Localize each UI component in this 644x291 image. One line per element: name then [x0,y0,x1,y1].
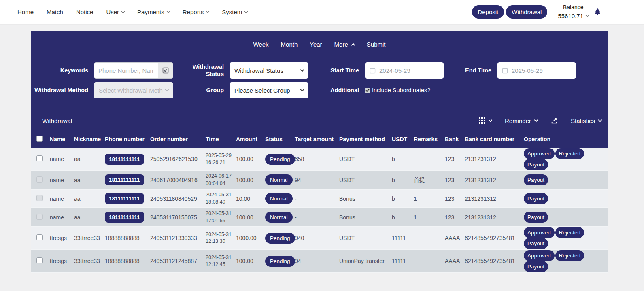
time-clock: 12:12:45 [206,261,235,268]
chevron-down-icon [300,88,304,92]
tab-week[interactable]: Week [253,41,269,48]
include-subordinates-checkbox[interactable]: Include Subordinates? [365,87,444,93]
withdrawal-button[interactable]: Withdrawal [506,5,547,19]
cell-order-number: 250529162621530 [150,148,206,171]
cell-time: 2024-05-3112:13:30 [206,227,236,250]
cell-bank: AAAA [445,227,465,250]
approved-button[interactable]: Approved [524,250,555,261]
nav-item-user[interactable]: User [106,8,124,15]
submit-button[interactable]: Submit [367,41,386,48]
rejected-button[interactable]: Rejected [555,148,584,159]
column-header: Time [206,130,236,148]
payout-button[interactable]: Payout [524,159,548,170]
cell-name: name [50,148,74,171]
nav-item-label: User [106,8,119,15]
cell-phone: 18888888888 [105,227,150,250]
phone-badge[interactable]: 18111111111 [105,154,144,165]
payout-button[interactable]: Payout [524,238,548,249]
cell-time: 2025-05-2916:26:21 [206,148,236,171]
cell-status: Normal [265,171,295,189]
cell-phone: 18111111111 [105,208,150,227]
payout-button[interactable]: Payout [524,212,548,223]
deposit-button[interactable]: Deposit [472,5,504,19]
rejected-button[interactable]: Rejected [555,250,584,261]
keywords-input[interactable] [94,63,158,78]
cell-time: 2024-05-3112:12:45 [206,250,236,273]
nav-item-label: Reports [183,8,204,15]
end-time-label: End Time [444,67,497,74]
chevron-down-icon [244,10,248,13]
keywords-addon-button[interactable] [158,63,173,78]
column-header: Target amount [295,130,339,148]
cell-target-amount: 94 [295,250,339,273]
cell-nickname: 33ttrree33 [74,227,105,250]
cell-order-number: 240531121330333 [150,227,206,250]
withdrawal-status-label: Withdrawal Status [173,63,230,78]
nav-item-reports[interactable]: Reports [183,8,209,15]
end-time-input[interactable]: 2025-05-29 [497,62,576,79]
column-header: Name [50,130,74,148]
phone-badge[interactable]: 18111111111 [105,212,144,223]
nav-item-label: Home [17,8,34,15]
row-checkbox[interactable] [36,257,43,263]
tab-year[interactable]: Year [310,41,322,48]
phone-badge[interactable]: 18111111111 [105,174,144,185]
cell-operation: Payout [524,189,608,208]
cell-checkbox [31,148,50,171]
cell-operation: ApprovedRejectedPayout [524,250,608,273]
quick-range-tabs: Week Month Year More Submit [31,31,608,48]
column-header: Operation [524,130,608,148]
chevron-down-icon [598,118,602,122]
payout-button[interactable]: Payout [524,261,548,272]
chevron-down-icon [165,88,169,92]
select-all-checkbox[interactable] [36,136,43,142]
row-checkbox [36,195,43,201]
cell-checkbox [31,171,50,189]
cell-payment-method: USDT [339,148,392,171]
start-time-input[interactable]: 2024-05-29 [365,62,444,79]
cell-remarks [414,148,445,171]
nav-item-home[interactable]: Home [17,8,34,15]
cell-target-amount: 940 [295,227,339,250]
cell-nickname: aa [74,208,105,227]
cell-target-amount: - [295,208,339,227]
column-header: Amount [236,130,265,148]
status-badge: Pending [265,233,295,244]
cell-name: ttresgs [50,227,74,250]
nav-item-notice[interactable]: Notice [76,8,94,15]
more-toggle[interactable]: More [334,41,355,48]
approved-button[interactable]: Approved [524,227,555,238]
payout-button[interactable]: Payout [524,174,548,185]
row-checkbox[interactable] [36,234,43,240]
cell-bank: 123 [445,208,465,227]
cell-phone: 18111111111 [105,189,150,208]
rejected-button[interactable]: Rejected [555,227,584,238]
withdrawal-method-select[interactable]: Select Withdrawal Method [94,82,173,98]
phone-badge[interactable]: 18111111111 [105,193,144,204]
column-header: Nickname [74,130,105,148]
payout-button[interactable]: Payout [524,193,548,204]
bell-icon[interactable] [594,8,601,15]
balance-display[interactable]: Balance 55610.71 [558,4,589,20]
statistics-dropdown[interactable]: Statistics [571,117,601,124]
filter-form: Keywords Withdrawal Status Withdrawal St… [31,62,608,98]
cell-name: name [50,189,74,208]
approved-button[interactable]: Approved [524,148,555,159]
reminder-dropdown[interactable]: Reminder [505,117,538,124]
nav-item-label: Notice [76,8,94,15]
tab-month[interactable]: Month [281,41,298,48]
withdrawal-status-select[interactable]: Withdrawal Status [230,62,308,79]
nav-item-payments[interactable]: Payments [137,8,170,15]
checkbox-check-icon [162,67,169,74]
nav-item-match[interactable]: Match [47,8,63,15]
export-button[interactable] [550,117,558,124]
cell-payment-method: USDT [339,227,392,250]
group-select[interactable]: Please Select Group [230,82,308,98]
cell-payment-method: Bonus [339,208,392,227]
row-checkbox[interactable] [36,155,43,161]
cell-time: 2024-06-1700:04:04 [206,171,236,189]
nav-item-system[interactable]: System [222,8,247,15]
table-toolbar: Withdrawal Reminder Statistics [31,117,608,124]
cell-nickname: aa [74,171,105,189]
columns-toggle[interactable] [479,117,492,124]
